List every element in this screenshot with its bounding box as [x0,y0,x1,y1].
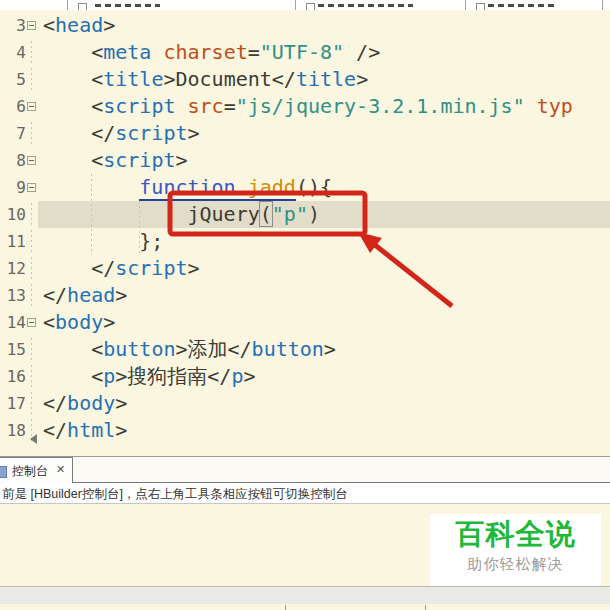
indent-guide [139,201,140,255]
code-line: 16 <p>搜狗指南</p> [0,363,610,390]
code-line: 5 <title>Document</title> [0,66,610,93]
line-number: 10 [0,201,26,228]
code-line: 8 <script> [0,147,610,174]
line-number: 5 [0,66,26,93]
tab-title-clipped [488,4,558,7]
code-text: <p>搜狗指南</p> [38,363,610,390]
line-number: 17 [0,390,26,417]
console-message: 前是 [HBuilder控制台]，点右上角工具条相应按钮可切换控制台 [2,486,348,503]
line-number: 8 [0,147,26,174]
bottom-scrollbar[interactable] [0,586,610,604]
tab-title-clipped [95,4,160,7]
code-line: 18</html> [0,417,610,444]
console-tab-label: 控制台 [12,463,48,480]
code-text: <title>Document</title> [38,66,610,93]
line-number: 15 [0,336,26,363]
gutter-guide [31,365,32,388]
gutter-guide [31,41,32,64]
gutter-guide [31,122,32,145]
watermark: 百科全说 助你轻松解决 [430,514,601,586]
code-line: 6 <script src="js/jquery-3.2.1.min.js" t… [0,93,610,120]
fold-toggle-icon[interactable] [27,318,36,327]
line-number: 16 [0,363,26,390]
code-text: </html> [38,417,610,444]
tab-separator [465,0,466,10]
code-line: 4 <meta charset="UTF-8" /> [0,39,610,66]
hscrollbar-left-arrow[interactable] [30,434,37,444]
console-output-row: 前是 [HBuilder控制台]，点右上角工具条相应按钮可切换控制台 [0,483,610,504]
line-number: 11 [0,228,26,255]
code-line: 14<body> [0,309,610,336]
tab-separator [67,0,68,10]
fold-toggle-icon[interactable] [27,183,36,192]
line-number: 12 [0,255,26,282]
status-separator [285,605,286,610]
line-number: 4 [0,39,26,66]
fold-toggle-icon[interactable] [27,21,36,30]
indent-guide [91,174,92,255]
line-number: 7 [0,120,26,147]
line-number: 9 [0,174,26,201]
gutter-guide [31,257,32,280]
code-line: 3<head> [0,12,610,39]
watermark-subtitle: 助你轻松解决 [430,554,601,574]
code-text: <head> [38,12,610,39]
line-number: 6 [0,93,26,120]
hbuilder-window: { "editor": { "background": "#FBF6E0", "… [0,0,610,610]
code-text: }; [38,228,610,255]
gutter-guide [31,284,32,307]
gutter-guide [31,203,32,226]
tab-separator [602,0,603,10]
code-text: </script> [38,255,610,282]
code-text: </head> [38,282,610,309]
line-number: 14 [0,309,26,336]
code-line: 15 <button>添加</button> [0,336,610,363]
status-separator [425,605,426,610]
close-icon[interactable]: ✕ [56,463,65,476]
code-text: <body> [38,309,610,336]
line-number: 13 [0,282,26,309]
code-line: 17</body> [0,390,610,417]
line-number: 3 [0,12,26,39]
gutter-guide [31,338,32,361]
tab-console[interactable]: 控制台 ✕ [0,457,73,483]
gutter-guide [31,230,32,253]
code-text: jQuery("p") [38,201,610,228]
code-editor[interactable]: 3<head>4 <meta charset="UTF-8" />5 <titl… [0,10,610,457]
line-number: 18 [0,417,26,444]
code-text: <script> [38,147,610,174]
code-text: function jadd(){ [38,174,610,201]
fold-toggle-icon[interactable] [27,156,36,165]
code-line: 7 </script> [0,120,610,147]
code-text: </body> [38,390,610,417]
code-text: <script src="js/jquery-3.2.1.min.js" typ [38,93,610,120]
code-text: <meta charset="UTF-8" /> [38,39,610,66]
tab-separator [295,0,296,10]
tab-title-clipped [318,4,413,7]
watermark-title: 百科全说 [430,514,601,554]
gutter-guide [31,68,32,91]
fold-toggle-icon[interactable] [27,102,36,111]
code-text: <button>添加</button> [38,336,610,363]
code-text: </script> [38,120,610,147]
console-icon [0,466,7,478]
console-tab-bar: 控制台 ✕ [0,457,610,483]
code-line: 12 </script> [0,255,610,282]
gutter-guide [31,392,32,415]
status-bar [0,604,610,610]
code-line: 13</head> [0,282,610,309]
